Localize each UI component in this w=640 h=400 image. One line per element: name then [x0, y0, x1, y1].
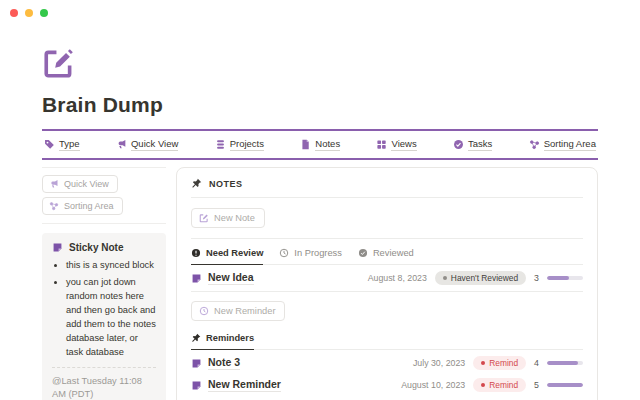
quick-view-button-label: Quick View	[64, 179, 109, 189]
megaphone-icon	[116, 139, 127, 150]
reminders-block: Reminders Note 3 July 30, 2023 Remind 4	[191, 333, 583, 398]
status-label: Haven't Reviewed	[451, 273, 518, 283]
status-dot	[481, 383, 485, 387]
note-row[interactable]: New Idea August 8, 2023 Haven't Reviewed…	[191, 265, 583, 291]
sidebar-button-group: Quick View Sorting Area	[42, 167, 166, 224]
nav-label: Type	[59, 138, 80, 151]
nav-item-tasks[interactable]: Tasks	[453, 138, 492, 151]
remind-badge: Remind	[473, 356, 526, 370]
progress-fill	[547, 361, 578, 365]
document-icon	[300, 139, 311, 150]
main-content: NOTES New Note Need Review In Progress	[176, 167, 598, 400]
megaphone-icon	[49, 179, 59, 189]
divider	[42, 158, 598, 160]
stack-icon	[215, 139, 226, 150]
check-circle-icon	[453, 139, 464, 150]
nav-item-views[interactable]: Views	[376, 138, 416, 151]
minimize-window-button[interactable]	[25, 9, 33, 17]
reminder-title[interactable]: Note 3	[208, 356, 240, 370]
notes-section-title: NOTES	[209, 179, 243, 189]
share-nodes-icon	[529, 139, 540, 150]
window-controls	[10, 9, 48, 17]
grid-icon	[376, 139, 387, 150]
clock-icon	[279, 248, 289, 258]
note-date: August 8, 2023	[368, 273, 427, 283]
rating-count: 3	[534, 273, 539, 283]
nav-item-type[interactable]: Type	[44, 138, 80, 151]
new-note-button[interactable]: New Note	[191, 208, 265, 228]
progress-bar	[547, 276, 583, 280]
nav-item-notes[interactable]: Notes	[300, 138, 340, 151]
rating-count: 5	[534, 380, 539, 390]
share-nodes-icon	[49, 201, 59, 211]
reminder-row[interactable]: New Reminder August 10, 2023 Remind 5	[191, 376, 583, 398]
tab-reminders[interactable]: Reminders	[191, 333, 254, 350]
tab-label: Reviewed	[373, 248, 414, 258]
quick-view-button[interactable]: Quick View	[42, 175, 118, 193]
reminder-title[interactable]: New Reminder	[208, 378, 281, 392]
check-circle-icon	[358, 248, 368, 258]
status-label: Remind	[489, 358, 518, 368]
clock-plus-icon	[199, 306, 209, 316]
new-reminder-button[interactable]: New Reminder	[191, 301, 285, 321]
divider	[191, 238, 583, 239]
new-reminder-button-label: New Reminder	[214, 306, 275, 316]
reminders-tabs: Reminders	[191, 333, 583, 350]
properties-nav: Type Quick View Projects Notes Views Tas…	[42, 131, 598, 158]
reminder-row[interactable]: Note 3 July 30, 2023 Remind 4	[191, 350, 583, 376]
nav-label: Views	[391, 138, 416, 151]
nav-item-sorting-area[interactable]: Sorting Area	[529, 138, 596, 151]
progress-bar	[547, 361, 583, 365]
tab-label: Need Review	[206, 248, 263, 258]
note-title[interactable]: New Idea	[208, 271, 254, 285]
reminder-date: August 10, 2023	[401, 380, 465, 390]
reminder-date: July 30, 2023	[413, 358, 465, 368]
sticky-bullet: you can jot down random notes here and t…	[66, 276, 156, 360]
tab-need-review[interactable]: Need Review	[191, 248, 263, 265]
pushpin-icon	[191, 333, 201, 343]
nav-label: Notes	[315, 138, 340, 151]
memo-pencil-icon	[42, 46, 76, 80]
tag-icon	[44, 139, 55, 150]
tab-label: Reminders	[206, 333, 254, 343]
sticky-bullet: this is a synced block	[66, 259, 156, 273]
sticky-note-icon	[191, 358, 202, 369]
progress-fill	[547, 383, 583, 387]
close-window-button[interactable]	[10, 9, 18, 17]
nav-item-projects[interactable]: Projects	[215, 138, 264, 151]
progress-bar	[547, 383, 583, 387]
pencil-square-icon	[199, 213, 209, 223]
tab-in-progress[interactable]: In Progress	[279, 248, 342, 264]
sticky-note-timestamp: @Last Tuesday 11:08 AM (PDT)	[52, 375, 156, 400]
pushpin-icon	[191, 178, 202, 189]
notes-status-tabs: Need Review In Progress Reviewed	[191, 248, 583, 265]
status-dot	[443, 276, 447, 280]
sorting-area-button[interactable]: Sorting Area	[42, 197, 123, 215]
sticky-note-block[interactable]: Sticky Note this is a synced block you c…	[42, 233, 166, 400]
new-note-button-label: New Note	[214, 213, 255, 223]
progress-fill	[547, 276, 569, 280]
exclamation-circle-icon	[191, 248, 201, 258]
nav-label: Projects	[230, 138, 264, 151]
remind-badge: Remind	[473, 378, 526, 392]
sticky-note-title: Sticky Note	[69, 242, 123, 253]
zoom-window-button[interactable]	[40, 9, 48, 17]
status-badge: Haven't Reviewed	[435, 271, 526, 285]
sorting-area-button-label: Sorting Area	[64, 201, 114, 211]
nav-label: Tasks	[468, 138, 492, 151]
divider	[191, 291, 583, 292]
tab-label: In Progress	[294, 248, 342, 258]
nav-label: Quick View	[131, 138, 178, 151]
notes-section: NOTES New Note Need Review In Progress	[176, 167, 598, 400]
sticky-note-icon	[191, 273, 202, 284]
sticky-note-bullets: this is a synced block you can jot down …	[66, 259, 156, 360]
sticky-note-icon	[191, 380, 202, 391]
nav-item-quick-view[interactable]: Quick View	[116, 138, 178, 151]
page-title: Brain Dump	[42, 93, 598, 117]
rating-count: 4	[534, 358, 539, 368]
tab-reviewed[interactable]: Reviewed	[358, 248, 414, 264]
status-dot	[481, 361, 485, 365]
nav-label: Sorting Area	[544, 138, 596, 151]
divider	[52, 367, 156, 368]
status-label: Remind	[489, 380, 518, 390]
